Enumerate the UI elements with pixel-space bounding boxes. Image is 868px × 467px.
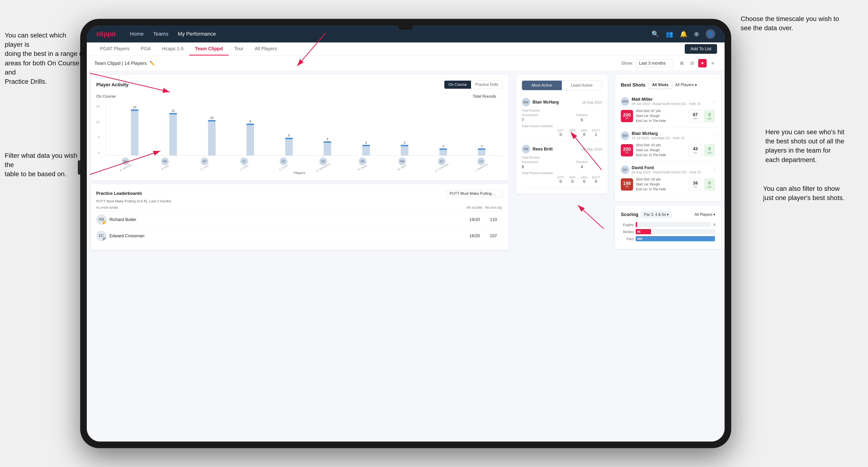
tab-hcaps[interactable]: Hcaps 1-5 (156, 42, 189, 55)
shot-details-david: 198 SG Shot Dist: 16 ydsStart Lie: Rough… (621, 177, 715, 192)
shot-zero-box-1: 0 yds (704, 110, 715, 122)
active-player-1: BM Blair McHarg 26 Aug 2023 Total Rounds… (522, 94, 602, 141)
player-avatar-robertson: LR L. Robertson (461, 158, 501, 169)
app-logo: clippd (96, 30, 116, 38)
practice-values-rees: 0 0 0 0 (522, 179, 602, 184)
annotation-player-best: You can select which player isdoing the … (5, 31, 85, 86)
player-date-blair: 26 Aug 2023 (582, 100, 602, 104)
tablet-device: clippd Home Teams My Performance 🔍 👥 🔔 ⊕… (80, 19, 731, 448)
edit-icon[interactable]: ✏️ (150, 61, 155, 66)
list-view-icon[interactable]: ⊟ (688, 59, 696, 67)
player-avatar-britt: RB R. Britt (145, 158, 185, 169)
tab-all-players[interactable]: All Players (249, 42, 283, 55)
most-active-btn[interactable]: Most Active (522, 81, 562, 90)
rounds-header: Total Rounds (522, 109, 602, 112)
team-name-label: Team Clippd | 14 Players (94, 61, 147, 66)
metric-select[interactable]: Total Rounds Fairways Hit GIR Putts (470, 93, 503, 100)
scoring-row-pars: Pars 499 (621, 236, 715, 241)
scoring-chart: Eagles 3 Birdies (621, 222, 715, 241)
bar-g-billingham: 4 (308, 104, 347, 155)
shot-zero-box-3: 0 yds (704, 178, 715, 191)
player-avatar-mcharg: BM B. McHarg (106, 158, 145, 169)
tournament-rounds-rees: 8 (522, 165, 562, 169)
practice-values-blair: 0 0 0 1 (522, 132, 602, 137)
practice-act-header-rees: Total Practice Activities (522, 171, 602, 175)
best-shots-card: Best Shots All Shots All Players ▾ (615, 75, 721, 201)
view-toggle-icons: ⊞ ⊟ ♥ ≡ (677, 59, 717, 67)
rounds-sub-header-rees: Tournament Practice (522, 160, 602, 164)
leaderboard-title: Practice Leaderboards (96, 191, 142, 196)
player-avatar-miller: MM M. Miller (382, 158, 422, 169)
scoring-players-filter[interactable]: All Players ▾ (694, 212, 715, 217)
tablet-camera (399, 26, 413, 30)
shot-yds-box-3: 16 yds (689, 178, 702, 191)
shot-player-name-david: David Ford (632, 165, 714, 170)
player-name-blair: Blair McHarg (533, 100, 582, 105)
tab-tour[interactable]: Tour (228, 42, 249, 55)
nav-home[interactable]: Home (130, 31, 144, 37)
pb-avg-richard: 110 (484, 217, 503, 222)
shot-item-3: DF David Ford 24 Aug 2023 · Royal North … (621, 161, 715, 196)
shot-yds-box-2: 43 yds (689, 144, 702, 156)
total-rounds-label: Total Rounds (522, 109, 602, 112)
shot-details-matt: 200 SG Shot Dist: 67 ydsStart Lie: Rough… (621, 108, 715, 123)
nav-right-icons: 🔍 👥 🔔 ⊕ 👤 (651, 29, 715, 39)
rounds-values: 7 6 (522, 118, 602, 122)
shot-yds-blair2: 43 yds 0 yds (689, 144, 715, 156)
add-icon[interactable]: ⊕ (694, 30, 699, 38)
favorite-view-icon[interactable]: ♥ (698, 59, 707, 67)
shot-yds-box-1: 67 yds (689, 110, 702, 122)
y-axis-labels: 15 10 5 0 (96, 104, 101, 156)
scoring-filter-dropdown[interactable]: Par 3, 4 & 5s ▾ (641, 211, 672, 218)
shot-course-david: 24 Aug 2023 · Royal North Devon GC · Hol… (632, 170, 714, 174)
player-avatar-coles: JC J. Coles (224, 158, 264, 169)
user-avatar[interactable]: 👤 (706, 29, 715, 39)
active-player-2: RB Rees Britt 02 Sep 2023 Total Rounds T… (522, 141, 602, 188)
table-view-icon[interactable]: ≡ (709, 59, 717, 67)
nav-my-performance[interactable]: My Performance (178, 31, 216, 37)
leaderboard-row-1: RB 1 Richard Butler 19/20 110 (96, 212, 503, 228)
scoring-header: Scoring Par 3, 4 & 5s ▾ All Players ▾ (621, 211, 715, 218)
add-to-list-button[interactable]: Add To List (685, 44, 717, 54)
shot-info-text-blair2: Shot Dist: 43 ydsStart Lie: RoughEnd Lie… (636, 143, 686, 158)
bar-e-ebert: 5 (270, 104, 308, 155)
leaderboard-subtitle: PUTT Must Make Putting (3-6 ft), Last 3 … (96, 199, 503, 203)
search-icon[interactable]: 🔍 (651, 30, 659, 38)
users-icon[interactable]: 👥 (665, 30, 673, 38)
player-avatar-richard: RB 1 (96, 214, 106, 225)
nav-teams[interactable]: Teams (153, 31, 168, 37)
least-active-btn[interactable]: Least Active (562, 81, 602, 90)
pars-bar-track: 499 (636, 236, 715, 241)
shot-player-info-david: David Ford 24 Aug 2023 · Royal North Dev… (632, 165, 714, 174)
best-shots-title: Best Shots (621, 82, 645, 88)
show-label: Show: (621, 61, 633, 66)
bell-icon[interactable]: 🔔 (680, 30, 687, 38)
player-name-rees: Rees Britt (533, 147, 582, 152)
tab-team-clippd[interactable]: Team Clippd (189, 42, 228, 55)
chevron-right-icon-3: › (714, 167, 715, 173)
silver-medal-icon: 2 (103, 237, 106, 241)
shots-player-filter[interactable]: All Players ▾ (675, 83, 697, 88)
all-shots-tab[interactable]: All Shots (649, 81, 672, 88)
on-course-label: On Course (96, 94, 116, 99)
shot-score-david: 198 SG (621, 178, 633, 191)
grid-view-icon[interactable]: ⊞ (677, 59, 686, 67)
shot-score-matt: 200 SG (621, 110, 633, 122)
drill-selector[interactable]: PUTT Must Make Putting ... (446, 190, 503, 197)
bar-b-mcharg: 13 (115, 104, 154, 155)
course-toggle: On Course Practice Drills (444, 81, 503, 89)
scoring-title: Scoring (621, 212, 638, 217)
shots-tab-group: All Shots (648, 81, 673, 89)
on-course-toggle[interactable]: On Course (444, 81, 471, 89)
rounds-header-rees: Total Rounds (522, 156, 602, 159)
tab-pga[interactable]: PGA (135, 42, 156, 55)
most-active-card: Most Active Least Active BM Blair McHarg… (516, 75, 608, 194)
bar-d-ford: 10 (192, 104, 231, 155)
tab-pgat-players[interactable]: PGAT Players (94, 42, 135, 55)
practice-rounds-rees: 4 (562, 165, 602, 169)
leaderboard-headers: PLAYER NAME PB SCORE PB AVG SQ (96, 206, 503, 212)
practice-drills-toggle[interactable]: Practice Drills (471, 81, 503, 89)
right-panel: Best Shots All Shots All Players ▾ (611, 71, 724, 441)
timescale-select[interactable]: Last month Last 3 months Last 6 months L… (636, 59, 673, 67)
bar-r-britt: 12 (154, 104, 193, 155)
